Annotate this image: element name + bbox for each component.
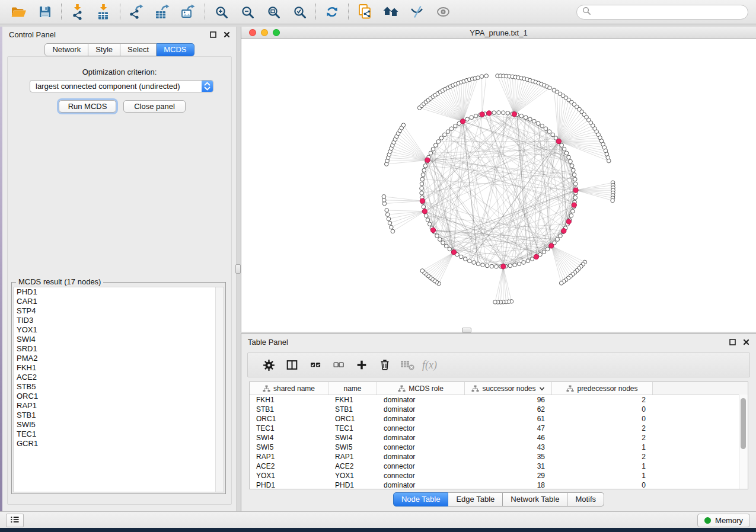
close-panel-icon[interactable] — [743, 339, 749, 345]
vertical-splitter-handle[interactable] — [235, 264, 241, 274]
tab-edge-table[interactable]: Edge Table — [448, 492, 503, 507]
table-cell: SWI5 — [328, 443, 377, 451]
mcds-list-scrollbar[interactable] — [215, 287, 224, 492]
float-panel-icon[interactable] — [729, 339, 736, 345]
show-column-button[interactable] — [280, 355, 304, 375]
table-scrollbar[interactable] — [739, 395, 748, 489]
table-row[interactable]: FKH1FKH1dominator962 — [250, 395, 748, 405]
window-zoom-traffic-light[interactable] — [273, 29, 280, 36]
mcds-result-item[interactable]: SWI5 — [14, 420, 224, 430]
export-network-button[interactable] — [123, 2, 149, 22]
table-column-icon — [471, 385, 479, 392]
column-header-label: MCDS role — [409, 384, 444, 393]
mcds-result-item[interactable]: SWI4 — [14, 335, 224, 344]
select-stepper-icon — [202, 81, 213, 92]
table-row[interactable]: PHD1PHD1dominator180 — [250, 480, 748, 489]
close-panel-button[interactable]: Close panel — [123, 100, 186, 113]
column-header-label: predecessor nodes — [577, 384, 637, 393]
column-header-shared-name[interactable]: shared name — [250, 382, 328, 395]
show-all-icon — [436, 6, 451, 18]
add-row-button[interactable] — [350, 355, 373, 375]
import-network-button[interactable] — [65, 2, 91, 22]
zoom-in-button[interactable] — [208, 2, 234, 22]
save-session-button[interactable] — [32, 2, 58, 22]
mcds-result-item[interactable]: FKH1 — [14, 363, 224, 373]
mcds-result-item[interactable]: STP4 — [14, 306, 224, 316]
tab-style[interactable]: Style — [88, 43, 120, 56]
table-row[interactable]: ACE2ACE2connector311 — [250, 462, 748, 471]
horizontal-splitter-handle[interactable] — [462, 328, 471, 333]
column-header-name[interactable]: name — [328, 382, 377, 395]
mcds-result-item[interactable]: CAR1 — [14, 297, 224, 306]
mcds-result-item[interactable]: RAP1 — [14, 401, 224, 411]
mcds-result-item[interactable]: YOX1 — [14, 325, 224, 335]
run-mcds-button[interactable]: Run MCDS — [59, 100, 116, 113]
column-header-predecessor-nodes[interactable]: predecessor nodes — [552, 382, 653, 395]
mcds-result-item[interactable]: TEC1 — [14, 430, 224, 439]
tab-select[interactable]: Select — [120, 43, 157, 56]
table-row[interactable]: YOX1YOX1connector291 — [250, 471, 748, 480]
mcds-result-item[interactable]: ORC1 — [14, 392, 224, 401]
import-table-button[interactable] — [91, 2, 117, 22]
mcds-result-item[interactable]: TID3 — [14, 316, 224, 325]
tab-network-table[interactable]: Network Table — [503, 492, 567, 507]
deselect-all-button[interactable] — [327, 355, 350, 375]
window-minimize-traffic-light[interactable] — [261, 29, 268, 36]
tab-motifs[interactable]: Motifs — [567, 492, 604, 507]
new-network-from-selection-icon — [358, 4, 372, 20]
optimization-criterion-select[interactable]: largest connected component (undirected) — [30, 80, 213, 92]
search-input[interactable] — [595, 7, 742, 17]
network-canvas[interactable] — [241, 39, 756, 331]
mcds-result-list[interactable]: PHD1CAR1STP4TID3YOX1SWI4SRD1PMA2FKH1ACE2… — [13, 287, 224, 492]
table-cell: 62 — [465, 405, 552, 414]
settings-gear-button[interactable] — [257, 355, 280, 375]
mcds-result-item[interactable]: PMA2 — [14, 354, 224, 363]
table-row[interactable]: SWI5SWI5connector431 — [250, 443, 748, 452]
column-header-successor-nodes[interactable]: successor nodes — [465, 382, 552, 395]
table-cell: YOX1 — [328, 472, 377, 480]
export-image-button[interactable] — [176, 2, 202, 22]
apply-layout-button[interactable] — [319, 2, 345, 22]
show-all-button[interactable] — [430, 2, 456, 22]
open-file-button[interactable] — [6, 2, 32, 22]
new-network-from-selection-button[interactable] — [352, 2, 378, 22]
table-row[interactable]: ORC1ORC1dominator610 — [250, 414, 748, 424]
table-row[interactable]: TEC1TEC1connector472 — [250, 424, 748, 433]
table-cell: RAP1 — [250, 453, 328, 461]
table-cell: dominator — [377, 453, 465, 461]
search-box[interactable] — [576, 5, 748, 20]
table-cell: ACE2 — [328, 462, 377, 470]
table-scrollbar-thumb[interactable] — [741, 398, 746, 449]
table-row[interactable]: RAP1RAP1dominator352 — [250, 452, 748, 462]
mcds-result-item[interactable]: ACE2 — [14, 373, 224, 382]
close-panel-icon[interactable] — [224, 31, 230, 38]
tab-network[interactable]: Network — [44, 43, 88, 56]
table-cell: 2 — [552, 396, 653, 404]
float-panel-icon[interactable] — [210, 31, 216, 38]
mcds-result-item[interactable]: STB5 — [14, 382, 224, 392]
first-neighbors-button[interactable] — [378, 2, 404, 22]
table-cell: 46 — [465, 434, 552, 442]
mcds-result-item[interactable]: PHD1 — [14, 287, 224, 297]
hide-selected-button[interactable] — [404, 2, 430, 22]
open-file-icon — [11, 5, 27, 19]
tab-node-table[interactable]: Node Table — [393, 492, 449, 507]
memory-button[interactable]: Memory — [697, 514, 750, 527]
mcds-result-item[interactable]: GCR1 — [14, 439, 224, 448]
mcds-result-item[interactable]: SRD1 — [14, 344, 224, 354]
table-row[interactable]: SWI4SWI4dominator462 — [250, 433, 748, 443]
table-row[interactable]: STB1STB1dominator620 — [250, 405, 748, 414]
mcds-result-item[interactable]: STB1 — [14, 411, 224, 420]
export-table-button[interactable] — [149, 2, 176, 22]
table-cell: TEC1 — [250, 424, 328, 432]
toolbar-separator — [348, 4, 349, 20]
status-list-button[interactable] — [6, 514, 24, 527]
zoom-out-button[interactable] — [234, 2, 260, 22]
window-close-traffic-light[interactable] — [249, 29, 256, 36]
zoom-selected-button[interactable] — [286, 2, 312, 22]
zoom-fit-button[interactable] — [260, 2, 286, 22]
column-header-MCDS-role[interactable]: MCDS role — [377, 382, 465, 395]
delete-row-button[interactable] — [373, 355, 396, 375]
select-all-button[interactable] — [304, 355, 327, 375]
tab-mcds[interactable]: MCDS — [157, 43, 194, 56]
